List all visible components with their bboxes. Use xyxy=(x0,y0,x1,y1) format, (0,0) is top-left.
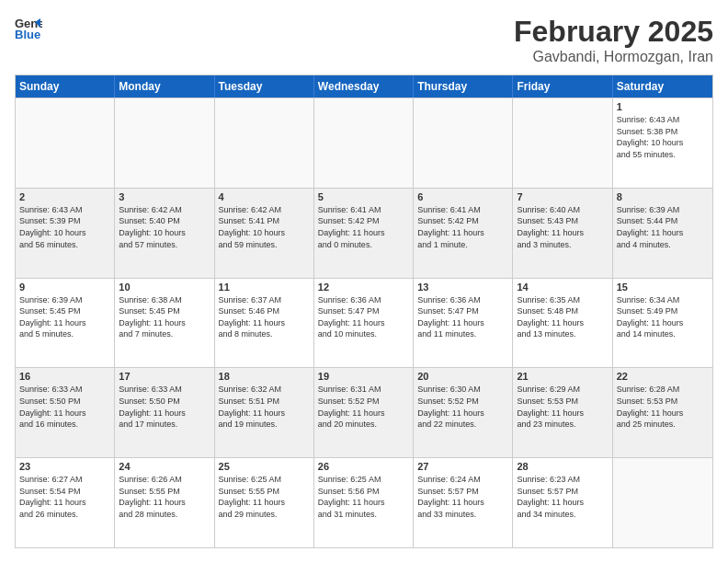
day-number: 14 xyxy=(517,282,608,293)
day-number: 15 xyxy=(617,282,709,293)
day-number: 20 xyxy=(417,371,508,382)
day-number: 4 xyxy=(219,191,310,202)
calendar-cell xyxy=(16,98,115,188)
day-number: 17 xyxy=(119,371,210,382)
cell-info: Sunrise: 6:30 AM Sunset: 5:52 PM Dayligh… xyxy=(417,384,508,430)
day-number: 26 xyxy=(318,461,409,472)
calendar-cell: 14Sunrise: 6:35 AM Sunset: 5:48 PM Dayli… xyxy=(513,279,612,368)
calendar-row: 9Sunrise: 6:39 AM Sunset: 5:45 PM Daylig… xyxy=(16,278,712,368)
day-number: 25 xyxy=(219,461,310,472)
calendar-cell: 8Sunrise: 6:39 AM Sunset: 5:44 PM Daylig… xyxy=(613,189,712,278)
cell-info: Sunrise: 6:42 AM Sunset: 5:41 PM Dayligh… xyxy=(219,204,310,250)
calendar-cell: 17Sunrise: 6:33 AM Sunset: 5:50 PM Dayli… xyxy=(115,368,214,457)
weekday-header: Friday xyxy=(513,75,612,98)
cell-info: Sunrise: 6:42 AM Sunset: 5:40 PM Dayligh… xyxy=(119,204,210,250)
weekday-header: Saturday xyxy=(613,75,712,98)
cell-info: Sunrise: 6:28 AM Sunset: 5:53 PM Dayligh… xyxy=(617,384,709,430)
weekday-header: Tuesday xyxy=(215,75,314,98)
logo: General Blue xyxy=(15,15,46,42)
calendar-cell: 6Sunrise: 6:41 AM Sunset: 5:42 PM Daylig… xyxy=(414,189,513,278)
day-number: 3 xyxy=(119,191,210,202)
cell-info: Sunrise: 6:27 AM Sunset: 5:54 PM Dayligh… xyxy=(19,474,110,520)
cell-info: Sunrise: 6:36 AM Sunset: 5:47 PM Dayligh… xyxy=(417,294,508,340)
cell-info: Sunrise: 6:36 AM Sunset: 5:47 PM Dayligh… xyxy=(318,294,409,340)
logo-icon: General Blue xyxy=(15,15,42,42)
calendar-row: 2Sunrise: 6:43 AM Sunset: 5:39 PM Daylig… xyxy=(16,188,712,278)
calendar-cell: 20Sunrise: 6:30 AM Sunset: 5:52 PM Dayli… xyxy=(414,368,513,457)
day-number: 7 xyxy=(517,191,608,202)
cell-info: Sunrise: 6:33 AM Sunset: 5:50 PM Dayligh… xyxy=(119,384,210,430)
weekday-header: Sunday xyxy=(16,75,115,98)
cell-info: Sunrise: 6:31 AM Sunset: 5:52 PM Dayligh… xyxy=(318,384,409,430)
day-number: 16 xyxy=(19,371,110,382)
calendar-cell: 13Sunrise: 6:36 AM Sunset: 5:47 PM Dayli… xyxy=(414,279,513,368)
day-number: 19 xyxy=(318,371,409,382)
cell-info: Sunrise: 6:25 AM Sunset: 5:55 PM Dayligh… xyxy=(219,474,310,520)
calendar-cell xyxy=(215,98,314,188)
calendar-cell xyxy=(513,98,612,188)
location-title: Gavbandi, Hormozgan, Iran xyxy=(514,49,713,65)
cell-info: Sunrise: 6:29 AM Sunset: 5:53 PM Dayligh… xyxy=(517,384,608,430)
title-block: February 2025 Gavbandi, Hormozgan, Iran xyxy=(514,15,713,65)
calendar: SundayMondayTuesdayWednesdayThursdayFrid… xyxy=(15,75,713,548)
cell-info: Sunrise: 6:38 AM Sunset: 5:45 PM Dayligh… xyxy=(119,294,210,340)
weekday-header: Thursday xyxy=(414,75,513,98)
calendar-cell: 11Sunrise: 6:37 AM Sunset: 5:46 PM Dayli… xyxy=(215,279,314,368)
day-number: 10 xyxy=(119,282,210,293)
calendar-cell: 5Sunrise: 6:41 AM Sunset: 5:42 PM Daylig… xyxy=(314,189,414,278)
calendar-cell xyxy=(414,98,513,188)
calendar-cell xyxy=(115,98,214,188)
day-number: 21 xyxy=(517,371,608,382)
cell-info: Sunrise: 6:34 AM Sunset: 5:49 PM Dayligh… xyxy=(617,294,709,340)
day-number: 22 xyxy=(617,371,709,382)
day-number: 1 xyxy=(617,101,709,112)
svg-text:Blue: Blue xyxy=(15,28,40,41)
calendar-header: SundayMondayTuesdayWednesdayThursdayFrid… xyxy=(16,75,712,98)
day-number: 5 xyxy=(318,191,409,202)
cell-info: Sunrise: 6:35 AM Sunset: 5:48 PM Dayligh… xyxy=(517,294,608,340)
calendar-cell: 16Sunrise: 6:33 AM Sunset: 5:50 PM Dayli… xyxy=(16,368,115,457)
weekday-header: Wednesday xyxy=(314,75,414,98)
calendar-cell: 22Sunrise: 6:28 AM Sunset: 5:53 PM Dayli… xyxy=(613,368,712,457)
calendar-cell: 15Sunrise: 6:34 AM Sunset: 5:49 PM Dayli… xyxy=(613,279,712,368)
day-number: 6 xyxy=(417,191,508,202)
calendar-cell: 25Sunrise: 6:25 AM Sunset: 5:55 PM Dayli… xyxy=(215,458,314,547)
calendar-cell: 10Sunrise: 6:38 AM Sunset: 5:45 PM Dayli… xyxy=(115,279,214,368)
cell-info: Sunrise: 6:40 AM Sunset: 5:43 PM Dayligh… xyxy=(517,204,608,250)
cell-info: Sunrise: 6:41 AM Sunset: 5:42 PM Dayligh… xyxy=(417,204,508,250)
weekday-header: Monday xyxy=(115,75,214,98)
day-number: 12 xyxy=(318,282,409,293)
page: General Blue February 2025 Gavbandi, Hor… xyxy=(0,0,728,563)
calendar-cell: 4Sunrise: 6:42 AM Sunset: 5:41 PM Daylig… xyxy=(215,189,314,278)
calendar-row: 23Sunrise: 6:27 AM Sunset: 5:54 PM Dayli… xyxy=(16,457,712,547)
calendar-cell: 9Sunrise: 6:39 AM Sunset: 5:45 PM Daylig… xyxy=(16,279,115,368)
calendar-cell: 12Sunrise: 6:36 AM Sunset: 5:47 PM Dayli… xyxy=(314,279,414,368)
day-number: 23 xyxy=(19,461,110,472)
cell-info: Sunrise: 6:37 AM Sunset: 5:46 PM Dayligh… xyxy=(219,294,310,340)
calendar-cell: 23Sunrise: 6:27 AM Sunset: 5:54 PM Dayli… xyxy=(16,458,115,547)
calendar-body: 1Sunrise: 6:43 AM Sunset: 5:38 PM Daylig… xyxy=(16,98,712,547)
header: General Blue February 2025 Gavbandi, Hor… xyxy=(15,15,713,65)
cell-info: Sunrise: 6:39 AM Sunset: 5:44 PM Dayligh… xyxy=(617,204,709,250)
day-number: 27 xyxy=(417,461,508,472)
calendar-cell: 3Sunrise: 6:42 AM Sunset: 5:40 PM Daylig… xyxy=(115,189,214,278)
day-number: 24 xyxy=(119,461,210,472)
day-number: 28 xyxy=(517,461,608,472)
calendar-cell: 24Sunrise: 6:26 AM Sunset: 5:55 PM Dayli… xyxy=(115,458,214,547)
calendar-cell xyxy=(314,98,414,188)
calendar-cell: 26Sunrise: 6:25 AM Sunset: 5:56 PM Dayli… xyxy=(314,458,414,547)
day-number: 9 xyxy=(19,282,110,293)
cell-info: Sunrise: 6:25 AM Sunset: 5:56 PM Dayligh… xyxy=(318,474,409,520)
cell-info: Sunrise: 6:43 AM Sunset: 5:38 PM Dayligh… xyxy=(617,114,709,160)
calendar-cell: 18Sunrise: 6:32 AM Sunset: 5:51 PM Dayli… xyxy=(215,368,314,457)
day-number: 11 xyxy=(219,282,310,293)
cell-info: Sunrise: 6:33 AM Sunset: 5:50 PM Dayligh… xyxy=(19,384,110,430)
cell-info: Sunrise: 6:24 AM Sunset: 5:57 PM Dayligh… xyxy=(417,474,508,520)
month-title: February 2025 xyxy=(514,15,713,49)
calendar-cell: 28Sunrise: 6:23 AM Sunset: 5:57 PM Dayli… xyxy=(513,458,612,547)
day-number: 8 xyxy=(617,191,709,202)
cell-info: Sunrise: 6:23 AM Sunset: 5:57 PM Dayligh… xyxy=(517,474,608,520)
calendar-cell: 7Sunrise: 6:40 AM Sunset: 5:43 PM Daylig… xyxy=(513,189,612,278)
calendar-cell: 2Sunrise: 6:43 AM Sunset: 5:39 PM Daylig… xyxy=(16,189,115,278)
cell-info: Sunrise: 6:26 AM Sunset: 5:55 PM Dayligh… xyxy=(119,474,210,520)
